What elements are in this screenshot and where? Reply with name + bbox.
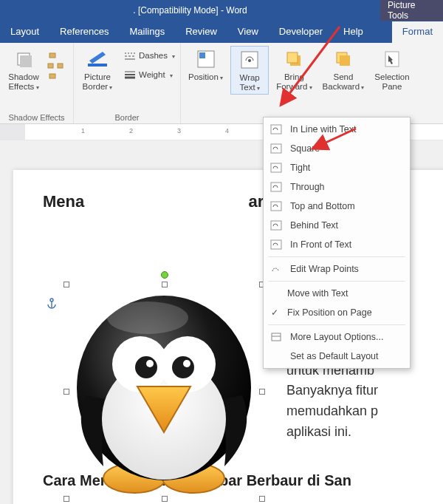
menu-square[interactable]: Square: [264, 139, 410, 158]
position-icon: [194, 47, 218, 71]
selection-pane-icon: [380, 47, 404, 71]
tab-review[interactable]: Review: [175, 21, 227, 43]
tab-developer[interactable]: Developer: [269, 21, 333, 43]
svg-rect-33: [271, 125, 281, 134]
svg-rect-36: [271, 183, 281, 191]
svg-rect-37: [271, 202, 281, 211]
inline-icon: [269, 123, 283, 135]
ribbon-tabs: Layout References Mailings Review View D…: [0, 21, 443, 43]
resize-handle[interactable]: [259, 496, 265, 502]
weight-button[interactable]: Weight: [121, 67, 178, 83]
menu-more-layout-options[interactable]: More Layout Options...: [264, 327, 410, 347]
menu-move-with-text[interactable]: Move with Text: [264, 284, 410, 303]
tab-references[interactable]: References: [49, 21, 119, 43]
bring-forward-button[interactable]: Bring Forward: [273, 46, 315, 93]
edit-wrap-points-icon: [269, 263, 283, 275]
send-backward-button[interactable]: Send Backward: [320, 46, 368, 93]
menu-inline-with-text[interactable]: In Line with Text: [264, 120, 410, 139]
resize-handle[interactable]: [259, 389, 265, 395]
svg-rect-18: [287, 52, 298, 63]
shadow-effects-icon: [12, 47, 35, 71]
menu-set-as-default-layout[interactable]: Set as Default Layout: [264, 347, 410, 366]
tab-layout[interactable]: Layout: [0, 21, 49, 43]
selection-pane-button[interactable]: Selection Pane: [371, 46, 412, 93]
dashes-icon: [124, 50, 136, 61]
top-bottom-icon: [269, 200, 283, 212]
behind-text-icon: [269, 219, 283, 231]
check-icon: ✓: [269, 307, 280, 318]
svg-rect-3: [48, 64, 53, 68]
selected-picture[interactable]: [66, 285, 262, 499]
pen-icon: [86, 47, 109, 71]
front-text-icon: [269, 239, 283, 251]
menu-top-and-bottom[interactable]: Top and Bottom: [264, 197, 410, 216]
nudge-up-icon[interactable]: [47, 52, 63, 59]
picture-tools-contextual-tab: Picture Tools: [380, 0, 443, 21]
nudge-left-icon[interactable]: [47, 62, 55, 69]
rotate-handle[interactable]: [161, 271, 168, 279]
send-backward-icon: [332, 47, 355, 71]
wrap-text-button[interactable]: Wrap Text: [230, 46, 269, 95]
anchor-icon: [46, 298, 58, 310]
wrap-text-menu: In Line with Text Square Tight Through T…: [263, 117, 411, 369]
group-arrange: Position Wrap Text Bring Forward Send Ba…: [181, 43, 443, 123]
tab-format[interactable]: Format: [392, 21, 443, 43]
svg-rect-39: [271, 240, 281, 249]
check-icon: [269, 288, 280, 299]
svg-rect-14: [199, 52, 205, 58]
menu-in-front-of-text[interactable]: In Front of Text: [264, 235, 410, 254]
resize-handle[interactable]: [63, 496, 69, 502]
wrap-text-icon: [238, 48, 261, 72]
menu-behind-text[interactable]: Behind Text: [264, 216, 410, 235]
tab-help[interactable]: Help: [333, 21, 374, 43]
menu-fix-position-on-page[interactable]: ✓ Fix Position on Page: [264, 303, 410, 322]
svg-rect-4: [58, 64, 63, 68]
tight-icon: [269, 162, 283, 174]
svg-point-31: [183, 360, 190, 367]
tab-view[interactable]: View: [227, 21, 269, 43]
nudge-down-icon[interactable]: [47, 72, 63, 80]
weight-icon: [124, 69, 136, 81]
picture-border-button[interactable]: Picture Border: [78, 46, 117, 93]
tab-mailings[interactable]: Mailings: [120, 21, 176, 43]
svg-rect-35: [271, 163, 281, 172]
ribbon: Shadow Effects Shadow Effects Picture Bo…: [0, 43, 443, 124]
group-shadow-effects: Shadow Effects Shadow Effects: [0, 43, 74, 123]
square-icon: [269, 143, 283, 154]
menu-tight[interactable]: Tight: [264, 158, 410, 177]
svg-point-28: [135, 356, 157, 378]
menu-through[interactable]: Through: [264, 177, 410, 197]
through-icon: [269, 181, 283, 193]
svg-point-29: [172, 356, 194, 378]
group-border: Picture Border Dashes Weight Border: [74, 43, 181, 123]
penguin-image: [66, 285, 262, 499]
svg-rect-38: [271, 221, 281, 230]
svg-rect-1: [20, 55, 32, 67]
svg-rect-2: [49, 53, 55, 58]
title-bar: . [Compatibility Mode] - Word: [0, 0, 380, 21]
position-button[interactable]: Position: [185, 46, 226, 84]
svg-point-30: [146, 360, 154, 367]
resize-handle[interactable]: [63, 389, 69, 395]
svg-rect-20: [340, 55, 350, 66]
dashes-button[interactable]: Dashes: [121, 47, 178, 64]
shadow-effects-button[interactable]: Shadow Effects: [4, 46, 43, 93]
svg-point-16: [248, 59, 251, 62]
bring-forward-icon: [282, 47, 306, 71]
svg-rect-6: [88, 64, 107, 67]
menu-edit-wrap-points[interactable]: Edit Wrap Points: [264, 259, 410, 279]
nudge-right-icon[interactable]: [56, 62, 63, 69]
svg-rect-34: [271, 144, 281, 153]
svg-rect-40: [272, 333, 281, 341]
resize-handle[interactable]: [63, 282, 69, 287]
resize-handle[interactable]: [162, 496, 168, 502]
svg-point-32: [107, 302, 188, 334]
svg-rect-5: [49, 74, 55, 78]
more-layout-icon: [269, 331, 283, 343]
resize-handle[interactable]: [162, 282, 168, 287]
window-title: . [Compatibility Mode] - Word: [0, 5, 380, 16]
